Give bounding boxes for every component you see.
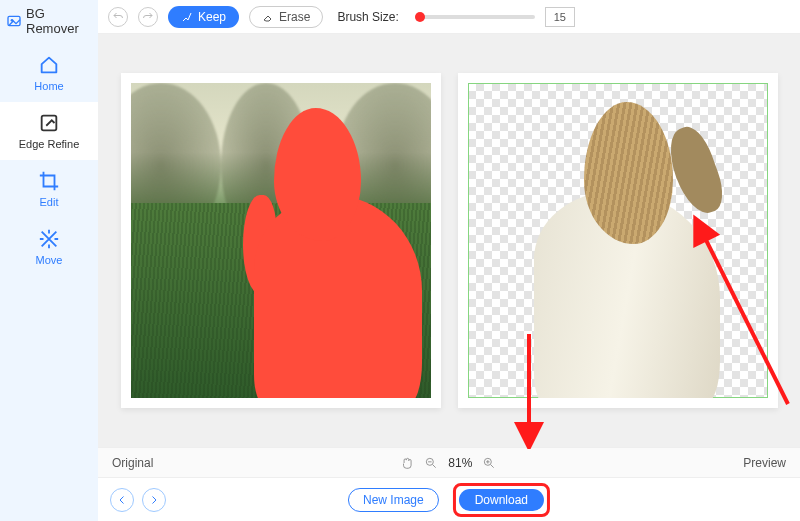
keep-label: Keep [198,10,226,24]
sidebar-item-home[interactable]: Home [0,44,98,102]
chevron-right-icon [148,494,160,506]
brand-icon [6,13,22,29]
toolbar: Keep Erase Brush Size: 15 [98,0,800,34]
keep-button[interactable]: Keep [168,6,239,28]
preview-panel[interactable] [458,73,778,408]
original-label: Original [112,456,153,470]
zoom-in-icon[interactable] [482,456,496,470]
slider-thumb[interactable] [415,12,425,22]
edge-refine-icon [38,112,60,134]
sidebar-item-edit[interactable]: Edit [0,160,98,218]
move-icon [38,228,60,250]
zoom-level: 81% [448,456,472,470]
original-panel[interactable] [121,73,441,408]
eraser-icon [262,11,274,23]
workspace [98,34,800,447]
sidebar-item-label: Move [36,254,63,266]
next-button[interactable] [142,488,166,512]
home-icon [38,54,60,76]
preview-label: Preview [743,456,786,470]
annotation-highlight: Download [453,483,550,517]
sidebar-item-move[interactable]: Move [0,218,98,276]
crop-icon [38,170,60,192]
sidebar-item-label: Home [34,80,63,92]
keep-mask-overlay [254,108,422,398]
brand: BG Remover [0,0,98,44]
footer: New Image Download [98,477,800,521]
erase-button[interactable]: Erase [249,6,323,28]
brand-label: BG Remover [26,6,92,36]
svg-line-6 [433,464,436,467]
hand-icon[interactable] [400,456,414,470]
download-button[interactable]: Download [459,489,544,511]
redo-icon [142,11,154,23]
redo-button[interactable] [138,7,158,27]
svg-line-9 [491,464,494,467]
prev-button[interactable] [110,488,134,512]
sidebar-item-edge-refine[interactable]: Edge Refine [0,102,98,160]
brush-icon [181,11,193,23]
original-image [131,83,431,398]
sidebar-item-label: Edge Refine [19,138,80,150]
zoom-out-icon[interactable] [424,456,438,470]
chevron-left-icon [116,494,128,506]
brush-size-slider[interactable] [415,15,535,19]
sidebar-item-label: Edit [40,196,59,208]
preview-image [468,83,768,398]
status-bar: Original 81% Preview [98,447,800,477]
main: Keep Erase Brush Size: 15 [98,0,800,521]
new-image-button[interactable]: New Image [348,488,439,512]
undo-icon [112,11,124,23]
sidebar: BG Remover Home Edge Refine Edit [0,0,98,521]
brush-size-label: Brush Size: [337,10,398,24]
erase-label: Erase [279,10,310,24]
zoom-controls: 81% [400,456,496,470]
undo-button[interactable] [108,7,128,27]
brush-size-value[interactable]: 15 [545,7,575,27]
